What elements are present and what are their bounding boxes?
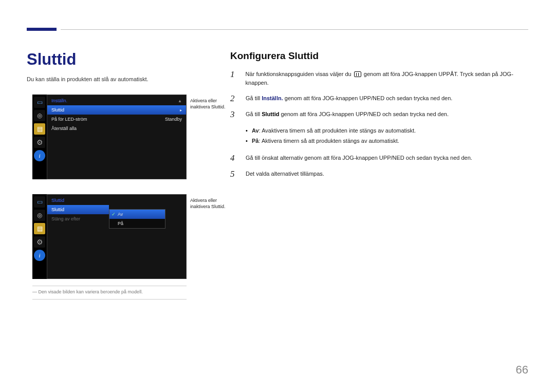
step-1: 1 När funktionsknappsguiden visas väljer… (230, 70, 528, 87)
osd-sidebar: ▭ ◎ ▤ ⚙ i (32, 95, 47, 179)
footnote-rule-top (32, 286, 187, 286)
menu-label: Sluttid (51, 207, 64, 212)
keyword: På (252, 138, 258, 144)
keyword: Sluttid (262, 111, 279, 117)
target-icon: ◎ (34, 210, 45, 221)
menu-row-reset: Återställ alla (47, 124, 186, 133)
osd-body: Inställn. ▲ Sluttid ▸ På för LED-ström S… (47, 95, 187, 179)
osd-sidebar: ▭ ◎ ▤ ⚙ i (32, 194, 47, 279)
header-accent-bar (27, 28, 57, 31)
page-number: 66 (516, 363, 528, 377)
osd-tooltip: Aktivera eller inaktivera Sluttid. (190, 197, 236, 210)
page-icon: ▤ (34, 123, 45, 135)
monitor-icon: ▭ (34, 196, 45, 208)
step-text: När funktionsknappsguiden visas väljer d… (246, 70, 528, 87)
text: : Aktivera timern så att produkten stäng… (258, 138, 399, 144)
menu-row-sluttid: Sluttid ▸ (47, 105, 186, 115)
step-4: 4 Gå till önskat alternativ genom att fö… (230, 154, 528, 162)
menu-grid-icon (354, 71, 361, 77)
step-text: Det valda alternativet tillämpas. (246, 170, 324, 178)
osd-header: Sluttid (47, 195, 186, 205)
menu-label: Stäng av efter (51, 216, 80, 221)
step-5: 5 Det valda alternativet tillämpas. (230, 170, 528, 178)
target-icon: ◎ (34, 110, 45, 121)
step-2: 2 Gå till Inställn. genom att föra JOG-k… (230, 94, 528, 103)
step-text: Gå till önskat alternativ genom att föra… (246, 154, 472, 162)
menu-value: Standby (165, 117, 182, 122)
step-number: 5 (230, 170, 237, 178)
step-number: 2 (230, 94, 237, 103)
step-number: 4 (230, 154, 237, 162)
page-title: Sluttid (27, 50, 76, 69)
text: Gå till (246, 111, 262, 117)
monitor-icon: ▭ (34, 97, 45, 108)
osd-screenshot-sluttid: ▭ ◎ ▤ ⚙ i Sluttid Sluttid Stäng av efter… (32, 194, 187, 279)
osd-header-text: Inställn. (51, 98, 67, 103)
osd-header: Inställn. ▲ (47, 95, 186, 105)
submenu-option-pa: På (109, 219, 165, 228)
text: När funktionsknappsguiden visas väljer d… (246, 71, 353, 77)
footnote-text: ― Den visade bilden kan variera beroende… (32, 289, 143, 294)
osd-header-text: Sluttid (51, 198, 64, 203)
osd-screenshot-installn: ▭ ◎ ▤ ⚙ i Inställn. ▲ Sluttid ▸ På för L… (32, 95, 187, 179)
step-number: 3 (230, 110, 237, 119)
page-icon: ▤ (34, 223, 45, 234)
submenu: Av På (109, 209, 165, 229)
info-icon: i (34, 150, 45, 161)
gear-icon: ⚙ (34, 236, 45, 248)
header-rule (61, 29, 528, 30)
bullet-list: Av: Avaktivera timern så att produkten i… (246, 126, 528, 146)
menu-label: Återställ alla (51, 126, 77, 131)
right-column: Konfigurera Sluttid 1 När funktionsknapp… (230, 50, 528, 185)
osd-body: Sluttid Sluttid Stäng av efter Av På (47, 194, 187, 279)
menu-row-stang-av: Stäng av efter (47, 214, 109, 223)
info-icon: i (34, 250, 45, 261)
bullet-pa: På: Aktivera timern så att produkten stä… (246, 136, 528, 146)
chevron-right-icon: ▸ (180, 108, 182, 113)
bullet-av: Av: Avaktivera timern så att produkten i… (246, 126, 528, 136)
step-number: 1 (230, 70, 237, 79)
menu-row-sluttid: Sluttid (47, 205, 109, 214)
menu-row-led: På för LED-ström Standby (47, 115, 186, 124)
page-subtitle: Du kan ställa in produkten att slå av au… (27, 76, 149, 82)
step-3: 3 Gå till Sluttid genom att föra JOG-kna… (230, 110, 528, 119)
option-label: Av (118, 212, 123, 217)
step-text: Gå till Sluttid genom att föra JOG-knapp… (246, 110, 449, 119)
text: Gå till (246, 95, 262, 101)
text: genom att föra JOG-knappen UPP/NED och s… (283, 95, 453, 101)
text: : Avaktivera timern så att produkten int… (259, 127, 416, 134)
footnote-rule-bottom (32, 299, 187, 300)
step-text: Gå till Inställn. genom att föra JOG-kna… (246, 94, 452, 103)
keyword: Inställn. (262, 95, 283, 101)
keyword: Av (252, 127, 259, 134)
submenu-option-av: Av (109, 210, 165, 219)
text: genom att föra JOG-knappen UPP/NED och s… (279, 111, 449, 117)
option-label: På (118, 221, 123, 226)
menu-label: På för LED-ström (51, 117, 87, 122)
osd-tooltip: Aktivera eller inaktivera Sluttid. (190, 98, 236, 110)
right-title: Konfigurera Sluttid (230, 50, 528, 62)
menu-label: Sluttid (51, 107, 64, 113)
gear-icon: ⚙ (34, 137, 45, 148)
arrow-up-icon: ▲ (178, 99, 182, 103)
